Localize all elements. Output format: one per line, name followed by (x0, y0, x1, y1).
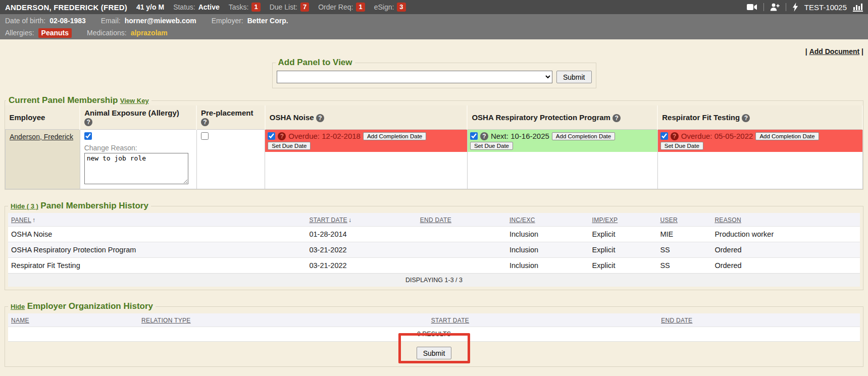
tasks-count-badge[interactable]: 1 (251, 3, 260, 12)
order-req-link[interactable]: Order Req: 1 (318, 3, 365, 12)
sort-start-date-header[interactable]: START DATE (309, 217, 347, 224)
add-completion-date-button[interactable]: Add Completion Date (363, 132, 426, 140)
add-completion-date-button[interactable]: Add Completion Date (552, 132, 615, 140)
due-list-count-badge[interactable]: 7 (300, 3, 309, 12)
add-document-link[interactable]: Add Document (809, 47, 860, 56)
pre-placement-cell (196, 130, 265, 189)
medication-value[interactable]: alprazolam (131, 28, 168, 38)
set-due-date-button[interactable]: Set Due Date (268, 142, 311, 150)
help-icon[interactable]: ? (316, 114, 324, 122)
change-reason-label: Change Reason: (84, 144, 192, 152)
overdue-help-icon[interactable]: ? (278, 132, 286, 140)
page-toolbar: | Add Document | (5, 47, 863, 57)
osha-respiratory-status-block: ? Next: 10-16-2025 Add Completion Date S… (468, 130, 657, 152)
respirator-fit-checkbox[interactable] (660, 132, 668, 140)
osha-respiratory-checkbox[interactable] (470, 132, 478, 140)
hide-history-link[interactable]: Hide ( 3 ) (11, 202, 38, 210)
sort-relation-type-header[interactable]: RELATION TYPE (141, 317, 190, 324)
view-key-link[interactable]: View Key (120, 97, 149, 104)
pre-placement-checkbox[interactable] (201, 132, 209, 140)
paging-status: DISPLAYING 1-3 / 3 (8, 274, 860, 287)
esign-link[interactable]: eSign: 3 (374, 3, 406, 12)
sort-panel-header[interactable]: PANEL (11, 217, 31, 224)
column-header-osha-noise: OSHA Noise ? (265, 105, 468, 130)
add-panel-submit-button[interactable]: Submit (556, 71, 592, 83)
allergy-badge[interactable]: Peanuts (38, 28, 72, 38)
add-completion-date-button[interactable]: Add Completion Date (755, 132, 819, 140)
history-row: OSHA Respiratory Protection Program 03-2… (8, 242, 860, 258)
add-person-icon[interactable] (770, 3, 780, 11)
due-list-link[interactable]: Due List: 7 (270, 3, 309, 12)
hide-employer-history-link[interactable]: Hide (11, 303, 25, 310)
overdue-help-icon[interactable]: ? (671, 132, 679, 140)
animal-exposure-cell: Change Reason: (80, 130, 196, 189)
change-reason-textarea[interactable] (84, 153, 188, 184)
patient-age-sex: 41 y/o M (136, 3, 164, 11)
employer-submit-button[interactable]: Submit (417, 347, 452, 359)
separator: | (861, 47, 863, 56)
status-indicator: Status: Active (173, 3, 220, 11)
add-panel-legend: Add Panel to View (276, 58, 355, 68)
set-due-date-button[interactable]: Set Due Date (470, 142, 513, 150)
patient-info-bar: Date of birth: 02-08-1983 Email: horner@… (0, 14, 868, 39)
patient-header-bar: ANDERSON, FREDERICK (FRED) 41 y/o M Stat… (0, 0, 868, 14)
video-camera-icon[interactable] (747, 4, 757, 11)
current-membership-table: Employee Animal Exposure (Allergy) ? Pre… (5, 105, 863, 189)
osha-noise-checkbox[interactable] (268, 132, 275, 140)
column-header-pre-placement: Pre-placement ? (196, 105, 265, 130)
panel-select[interactable] (277, 71, 552, 83)
add-panel-fieldset: Add Panel to View Submit (272, 58, 596, 88)
help-icon[interactable]: ? (84, 118, 92, 126)
sort-imp-exp-header[interactable]: IMP/EXP (592, 217, 618, 224)
current-panel-membership-fieldset: Current Panel Membership View Key Employ… (5, 95, 863, 190)
separator: | (805, 47, 807, 56)
set-due-date-button[interactable]: Set Due Date (660, 142, 703, 150)
column-header-osha-respiratory: OSHA Respiratory Protection Program ? (467, 105, 657, 130)
panel-membership-history-fieldset: Hide ( 3 ) Panel Membership History PANE… (5, 201, 863, 290)
column-header-respirator-fit: Respirator Fit Testing ? (657, 105, 862, 130)
respirator-fit-status-block: ? Overdue: 05-05-2022 Add Completion Dat… (658, 130, 862, 152)
sort-name-header[interactable]: NAME (11, 317, 29, 324)
employer-value: Better Corp. (247, 16, 288, 26)
sort-end-date-header[interactable]: END DATE (420, 217, 451, 224)
respirator-fit-cell: ? Overdue: 05-05-2022 Add Completion Dat… (657, 130, 862, 189)
esign-count-badge[interactable]: 3 (397, 3, 405, 12)
sort-end-date-header[interactable]: END DATE (661, 317, 692, 324)
sort-asc-icon: ↑ (32, 217, 35, 224)
medications-label: Medications: (87, 28, 127, 38)
employer-organization-history-fieldset: Hide Employer Organization History NAME … (5, 301, 863, 367)
column-header-animal-exposure: Animal Exposure (Allergy) ? (80, 105, 196, 130)
lightning-icon[interactable] (792, 3, 798, 12)
employer-organization-history-table: NAME RELATION TYPE START DATE END DATE 0… (8, 313, 860, 342)
sort-start-date-header[interactable]: START DATE (431, 317, 469, 324)
due-help-icon[interactable]: ? (480, 132, 488, 140)
employee-link[interactable]: Anderson, Frederick (10, 133, 73, 141)
divider (763, 3, 764, 11)
employee-cell: Anderson, Frederick (6, 130, 80, 189)
help-icon[interactable]: ? (612, 114, 621, 122)
tasks-link[interactable]: Tasks: 1 (229, 3, 261, 12)
membership-row: Anderson, Frederick Change Reason: (6, 130, 863, 189)
email-label: Email: (101, 16, 121, 26)
allergies-label: Allergies: (5, 28, 34, 38)
employer-label: Employer: (212, 16, 243, 26)
sort-user-header[interactable]: USER (660, 217, 678, 224)
animal-exposure-checkbox[interactable] (84, 132, 92, 140)
dob-label: Date of birth: (5, 16, 45, 26)
order-req-count-badge[interactable]: 1 (356, 3, 365, 12)
employer-submit-area: Submit (8, 347, 860, 359)
section-title: Employer Organization History (27, 301, 153, 311)
help-icon[interactable]: ? (201, 118, 209, 126)
sort-inc-exc-header[interactable]: INC/EXC (509, 217, 535, 224)
current-panel-membership-legend: Current Panel Membership View Key (6, 95, 151, 105)
chart-icon[interactable] (853, 3, 863, 12)
empty-results-text: 0 RESULTS (8, 327, 860, 342)
sort-reason-header[interactable]: REASON (714, 217, 741, 224)
osha-noise-status-block: ? Overdue: 12-02-2018 Add Completion Dat… (265, 130, 467, 152)
patient-name: ANDERSON, FREDERICK (FRED) (5, 3, 127, 12)
panel-membership-history-table: PANEL↑ START DATE↓ END DATE INC/EXC IMP/… (8, 213, 860, 287)
system-id: TEST-10025 (804, 3, 847, 12)
sort-desc-icon: ↓ (348, 217, 351, 224)
section-title: Panel Membership History (40, 201, 148, 210)
help-icon[interactable]: ? (742, 114, 750, 122)
